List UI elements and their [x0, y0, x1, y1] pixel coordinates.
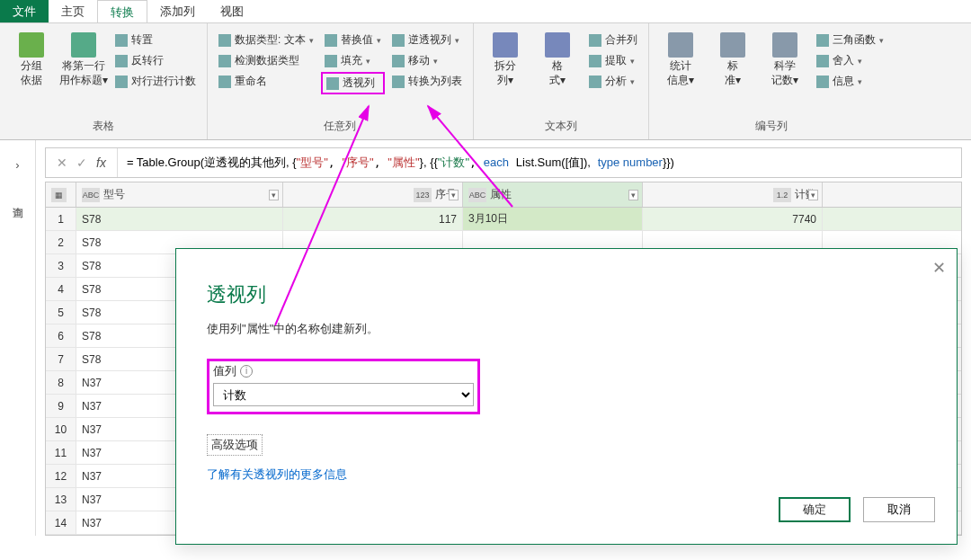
group-table-label: 表格	[7, 115, 200, 139]
standard-button[interactable]: 标 准▾	[708, 27, 757, 91]
group-anycol: 数据类型: 文本▾ 检测数据类型 重命名 替换值▾ 填充▾ 透视列 逆透视列▾ …	[208, 23, 474, 139]
row-index: 3	[46, 254, 76, 277]
to-list-button[interactable]: 转换为列表	[388, 72, 466, 91]
formula-bar: ✕ ✓ fx = Table.Group(逆透视的其他列, {"型号", "序号…	[45, 147, 962, 178]
trig-button[interactable]: 三角函数▾	[813, 31, 887, 49]
row-index: 1	[46, 208, 76, 230]
cell-attribute[interactable]: 3月10日	[463, 208, 643, 230]
transpose-button[interactable]: 转置	[111, 31, 200, 49]
formula-accept-icon[interactable]: ✓	[76, 156, 87, 170]
group-textcol: 拆分 列▾ 格 式▾ 合并列 提取▾ 分析▾ 文本列	[474, 23, 649, 139]
cell-seq[interactable]: 117	[283, 208, 463, 230]
formula-cancel-icon[interactable]: ✕	[57, 156, 67, 170]
stats-button[interactable]: 统计 信息▾	[656, 27, 705, 91]
filter-dropdown-icon[interactable]: ▾	[449, 190, 459, 200]
datatype-icon	[218, 34, 231, 47]
extract-button[interactable]: 提取▾	[585, 51, 641, 70]
fill-icon	[325, 55, 337, 67]
row-index: 2	[46, 231, 76, 253]
dialog-description: 使用列"属性"中的名称创建新列。	[207, 321, 926, 337]
table-row[interactable]: 1S781173月10日7740	[46, 208, 961, 231]
split-icon	[493, 32, 518, 58]
scientific-button[interactable]: 科学 记数▾	[761, 27, 809, 91]
row-index: 10	[46, 418, 76, 440]
col-header-count[interactable]: 1.2计数▾	[643, 182, 823, 207]
filter-dropdown-icon[interactable]: ▾	[269, 190, 279, 200]
filter-dropdown-icon[interactable]: ▾	[808, 190, 818, 200]
col-header-model[interactable]: ABC型号▾	[76, 182, 283, 207]
row-index: 12	[46, 465, 76, 487]
count-rows-button[interactable]: 对行进行计数	[111, 72, 200, 91]
grid-header: ▦ ABC型号▾ 123序号▾ ABC属性▾ 1.2计数▾	[46, 182, 961, 208]
queries-pane-collapsed[interactable]: › 查询	[0, 140, 36, 536]
value-column-select[interactable]: 计数	[213, 383, 474, 406]
value-column-label: 值列i	[213, 363, 474, 379]
unpivot-button[interactable]: 逆透视列▾	[388, 31, 466, 49]
rounding-button[interactable]: 舍入▾	[813, 51, 887, 70]
ok-button[interactable]: 确定	[779, 497, 851, 522]
tab-view[interactable]: 视图	[208, 0, 256, 22]
info-button[interactable]: 信息▾	[813, 72, 887, 91]
row-index: 13	[46, 488, 76, 511]
filter-dropdown-icon[interactable]: ▾	[628, 190, 638, 200]
formula-text[interactable]: = Table.Group(逆透视的其他列, {"型号", "序号", "属性"…	[118, 155, 683, 171]
menu-bar: 文件 主页 转换 添加列 视图	[0, 0, 971, 23]
reverse-rows-button[interactable]: 反转行	[111, 51, 200, 70]
detect-type-button[interactable]: 检测数据类型	[215, 51, 317, 70]
fx-icon[interactable]: fx	[96, 156, 106, 170]
tab-transform[interactable]: 转换	[97, 0, 147, 22]
pow10-icon	[772, 32, 797, 58]
expand-chevron-icon[interactable]: ›	[15, 158, 19, 172]
pivot-column-dialog: ✕ 透视列 使用列"属性"中的名称创建新列。 值列i 计数 高级选项 了解有关透…	[175, 248, 958, 545]
row-index: 7	[46, 348, 76, 370]
split-column-button[interactable]: 拆分 列▾	[481, 27, 530, 91]
row-index-header[interactable]: ▦	[46, 182, 76, 207]
replace-icon	[325, 34, 337, 47]
extract-icon	[589, 55, 601, 67]
rename-button[interactable]: 重命名	[215, 72, 317, 91]
transpose-icon	[115, 34, 128, 47]
trig-icon	[816, 34, 829, 47]
col-header-seq[interactable]: 123序号▾	[283, 182, 463, 207]
groupby-button[interactable]: 分组 依据	[7, 27, 56, 91]
int-type-icon: 123	[414, 188, 432, 202]
tab-addcol[interactable]: 添加列	[147, 0, 208, 22]
use-first-row-button[interactable]: 将第一行 用作标题▾	[59, 27, 108, 91]
parse-button[interactable]: 分析▾	[585, 72, 641, 91]
group-numcol: 统计 信息▾ 标 准▾ 科学 记数▾ 三角函数▾ 舍入▾ 信息▾ 编号列	[649, 23, 895, 139]
move-button[interactable]: 移动▾	[388, 51, 466, 70]
cell-count[interactable]: 7740	[643, 208, 823, 230]
learn-more-link[interactable]: 了解有关透视列的更多信息	[207, 467, 926, 483]
row-index: 6	[46, 324, 76, 347]
row-index: 5	[46, 301, 76, 324]
pivot-column-button[interactable]: 透视列	[321, 72, 385, 94]
fill-button[interactable]: 填充▾	[321, 51, 385, 70]
ribbon: 分组 依据 将第一行 用作标题▾ 转置 反转行 对行进行计数 表格 数据类型: …	[0, 23, 971, 140]
replace-values-button[interactable]: 替换值▾	[321, 31, 385, 49]
group-numcol-label: 编号列	[656, 115, 887, 139]
col-header-attribute[interactable]: ABC属性▾	[463, 182, 643, 207]
close-icon[interactable]: ✕	[932, 258, 946, 278]
tab-home[interactable]: 主页	[49, 0, 97, 22]
tab-file[interactable]: 文件	[0, 0, 49, 22]
row-index: 8	[46, 371, 76, 394]
detect-icon	[218, 55, 231, 67]
row-index: 11	[46, 441, 76, 464]
groupby-icon	[19, 32, 44, 58]
info-icon[interactable]: i	[240, 365, 253, 378]
cell-model[interactable]: S78	[76, 208, 283, 230]
rename-icon	[218, 76, 231, 88]
merge-cols-button[interactable]: 合并列	[585, 31, 641, 49]
format-button[interactable]: 格 式▾	[533, 27, 582, 91]
list-icon	[392, 76, 405, 88]
reverse-icon	[115, 55, 128, 67]
format-icon	[545, 32, 570, 58]
move-icon	[392, 55, 405, 67]
datatype-button[interactable]: 数据类型: 文本▾	[215, 31, 317, 49]
row-index: 14	[46, 511, 76, 534]
advanced-options-toggle[interactable]: 高级选项	[207, 434, 263, 456]
group-anycol-label: 任意列	[215, 115, 466, 139]
cancel-button[interactable]: 取消	[863, 497, 935, 522]
info-icon	[816, 76, 829, 88]
table-icon: ▦	[51, 188, 67, 202]
